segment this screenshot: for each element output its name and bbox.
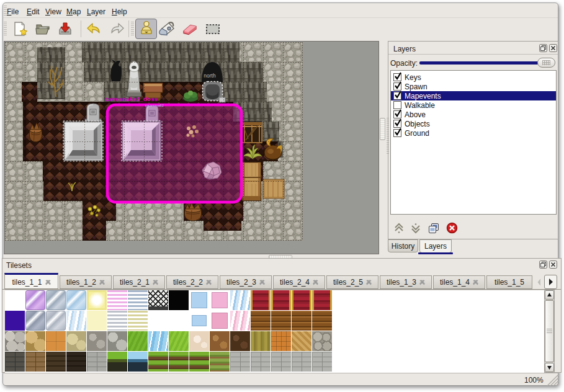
svg-text:cavesnake2_doss: cavesnake2_doss <box>105 96 158 102</box>
svg-text:cavesmall2: cavesmall2 <box>145 104 164 107</box>
svg-text:north: north <box>204 73 216 79</box>
